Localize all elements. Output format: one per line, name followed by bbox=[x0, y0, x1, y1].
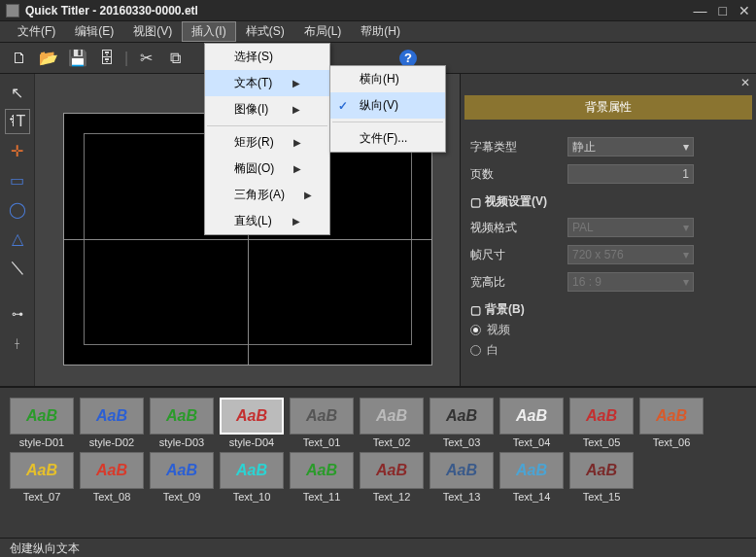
text-tool-icon[interactable]: ⸶T bbox=[5, 109, 30, 134]
open-icon[interactable]: 📂 bbox=[35, 46, 62, 71]
menu-style[interactable]: 样式(S) bbox=[236, 21, 294, 42]
frame-size-select[interactable]: 720 x 576▾ bbox=[567, 245, 694, 264]
style-label: Text_09 bbox=[150, 491, 214, 503]
styles-panel: AaBstyle-D01AaBstyle-D02AaBstyle-D03AaBs… bbox=[0, 386, 756, 538]
style-thumb[interactable]: AaB bbox=[220, 452, 284, 489]
save-icon[interactable]: 💾 bbox=[64, 46, 91, 71]
chevron-down-icon: ▾ bbox=[683, 140, 689, 154]
menu-item[interactable]: 横向(H) bbox=[330, 66, 445, 92]
style-thumb[interactable]: AaB bbox=[290, 452, 354, 489]
style-item[interactable]: AaBstyle-D02 bbox=[80, 398, 144, 448]
style-item[interactable]: AaBText_13 bbox=[430, 452, 494, 503]
subtitle-type-label: 字幕类型 bbox=[470, 139, 567, 156]
style-label: Text_06 bbox=[639, 436, 704, 448]
cut-icon[interactable]: ✂ bbox=[132, 46, 159, 71]
panel-title: 背景属性 bbox=[464, 95, 752, 120]
menu-item[interactable]: 选择(S) bbox=[205, 44, 329, 70]
select-tool-icon[interactable]: ↖ bbox=[5, 80, 30, 105]
menu-item[interactable]: 直线(L)▶ bbox=[205, 208, 329, 234]
pages-input[interactable]: 1 bbox=[567, 164, 694, 184]
panel-close-icon[interactable]: ✕ bbox=[740, 76, 750, 89]
properties-panel: ✕ 背景属性 字幕类型 静止▾ 页数 1 ▢视频设置(V) 视频格式 PAL▾ … bbox=[460, 74, 756, 386]
background-section[interactable]: ▢背景(B) bbox=[470, 301, 746, 318]
line-tool-icon[interactable]: ＼ bbox=[5, 255, 30, 280]
menu-item[interactable]: ✓纵向(V) bbox=[330, 92, 445, 119]
style-item[interactable]: AaBText_03 bbox=[430, 398, 494, 448]
text-submenu: 横向(H)✓纵向(V)文件(F)... bbox=[329, 65, 446, 153]
style-item[interactable]: AaBText_12 bbox=[360, 452, 424, 503]
new-icon[interactable]: 🗋 bbox=[6, 46, 33, 71]
menu-edit[interactable]: 编辑(E) bbox=[65, 21, 123, 42]
style-thumb[interactable]: AaB bbox=[360, 398, 424, 435]
style-item[interactable]: AaBText_10 bbox=[220, 452, 284, 503]
style-thumb[interactable]: AaB bbox=[430, 452, 494, 489]
insert-dropdown: 选择(S)文本(T)▶图像(I)▶矩形(R)▶椭圆(O)▶三角形(A)▶直线(L… bbox=[204, 43, 330, 235]
ellipse-tool-icon[interactable]: ◯ bbox=[5, 196, 30, 222]
style-thumb[interactable]: AaB bbox=[569, 398, 634, 435]
menu-item[interactable]: 文本(T)▶ bbox=[205, 70, 329, 96]
style-item[interactable]: AaBText_09 bbox=[150, 452, 214, 503]
style-thumb[interactable]: AaB bbox=[10, 452, 74, 489]
style-thumb[interactable]: AaB bbox=[430, 398, 494, 435]
style-thumb[interactable]: AaB bbox=[499, 452, 564, 489]
separator: | bbox=[122, 46, 130, 71]
minimize-button[interactable]: — bbox=[694, 3, 707, 18]
copy-icon[interactable]: ⧉ bbox=[161, 46, 189, 71]
triangle-tool-icon[interactable]: △ bbox=[5, 226, 30, 251]
rect-tool-icon[interactable]: ▭ bbox=[5, 167, 30, 192]
app-icon bbox=[6, 4, 19, 17]
style-item[interactable]: AaBText_04 bbox=[499, 398, 564, 448]
radio-video[interactable]: 视频 bbox=[470, 322, 746, 338]
style-item[interactable]: AaBText_02 bbox=[360, 398, 424, 448]
style-thumb[interactable]: AaB bbox=[150, 398, 214, 435]
style-thumb[interactable]: AaB bbox=[10, 398, 74, 435]
style-label: Text_13 bbox=[430, 491, 494, 503]
style-item[interactable]: AaBText_07 bbox=[10, 452, 74, 503]
style-item[interactable]: AaBstyle-D04 bbox=[220, 398, 284, 448]
ruler-tool-icon[interactable]: ⟊ bbox=[5, 331, 30, 356]
video-format-select[interactable]: PAL▾ bbox=[567, 218, 694, 237]
style-item[interactable]: AaBText_14 bbox=[499, 452, 564, 503]
style-thumb[interactable]: AaB bbox=[569, 452, 634, 489]
menu-item[interactable]: 三角形(A)▶ bbox=[205, 182, 329, 208]
style-thumb[interactable]: AaB bbox=[639, 398, 704, 435]
style-item[interactable]: AaBstyle-D03 bbox=[150, 398, 214, 448]
style-item[interactable]: AaBText_15 bbox=[569, 452, 634, 503]
menu-layout[interactable]: 布局(L) bbox=[294, 21, 352, 42]
pages-label: 页数 bbox=[470, 166, 567, 183]
radio-white[interactable]: 白 bbox=[470, 342, 746, 359]
menu-item[interactable]: 矩形(R)▶ bbox=[205, 129, 329, 156]
style-item[interactable]: AaBText_11 bbox=[290, 452, 354, 503]
style-label: Text_04 bbox=[499, 436, 564, 448]
style-thumb[interactable]: AaB bbox=[220, 398, 284, 435]
maximize-button[interactable]: □ bbox=[719, 3, 727, 18]
aspect-select[interactable]: 16 : 9▾ bbox=[567, 272, 694, 292]
menu-file[interactable]: 文件(F) bbox=[8, 21, 65, 42]
menu-item[interactable]: 文件(F)... bbox=[330, 125, 445, 152]
style-thumb[interactable]: AaB bbox=[290, 398, 354, 435]
style-label: Text_12 bbox=[360, 491, 424, 503]
menu-help[interactable]: 帮助(H) bbox=[351, 21, 410, 42]
style-thumb[interactable]: AaB bbox=[80, 452, 144, 489]
menu-separator bbox=[332, 122, 443, 122]
style-thumb[interactable]: AaB bbox=[150, 452, 214, 489]
saveas-icon[interactable]: 🗄 bbox=[93, 46, 120, 71]
style-item[interactable]: AaBText_05 bbox=[569, 398, 634, 448]
status-text: 创建纵向文本 bbox=[10, 540, 80, 557]
subtitle-type-select[interactable]: 静止▾ bbox=[567, 137, 694, 157]
style-thumb[interactable]: AaB bbox=[80, 398, 144, 435]
menu-item[interactable]: 图像(I)▶ bbox=[205, 96, 329, 122]
menu-item[interactable]: 椭圆(O)▶ bbox=[205, 156, 329, 182]
style-item[interactable]: AaBstyle-D01 bbox=[10, 398, 74, 448]
style-thumb[interactable]: AaB bbox=[360, 452, 424, 489]
close-button[interactable]: ✕ bbox=[739, 3, 750, 18]
style-thumb[interactable]: AaB bbox=[499, 398, 564, 435]
video-settings-section[interactable]: ▢视频设置(V) bbox=[470, 193, 746, 210]
crosshair-tool-icon[interactable]: ✛ bbox=[5, 138, 30, 163]
menu-insert[interactable]: 插入(I) bbox=[182, 21, 235, 42]
slider-tool-icon[interactable]: ⊶ bbox=[5, 301, 30, 327]
style-item[interactable]: AaBText_01 bbox=[290, 398, 354, 448]
style-item[interactable]: AaBText_08 bbox=[80, 452, 144, 503]
menu-view[interactable]: 视图(V) bbox=[123, 21, 182, 42]
style-item[interactable]: AaBText_06 bbox=[639, 398, 704, 448]
